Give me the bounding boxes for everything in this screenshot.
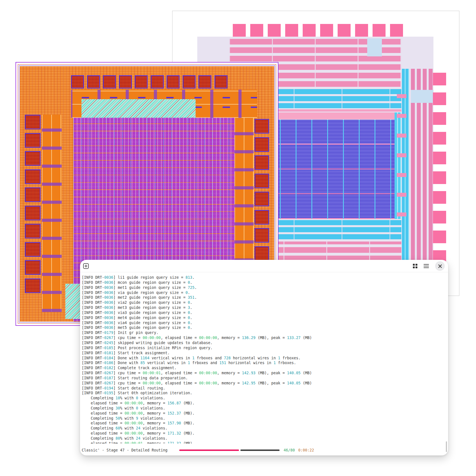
pad	[135, 75, 148, 88]
log-window-header	[80, 260, 448, 272]
pad	[254, 174, 269, 188]
connector-tab	[397, 94, 406, 98]
pad	[433, 152, 446, 164]
grid-view-icon[interactable]	[413, 264, 417, 268]
log-output[interactable]: [INFO DRT-0036] li1 guide region query s…	[80, 272, 446, 444]
pad	[254, 228, 269, 243]
pad	[233, 24, 246, 37]
pad	[303, 24, 316, 37]
progress-count: 46/80	[284, 448, 295, 452]
pad	[87, 75, 100, 88]
pad	[338, 24, 351, 37]
stage-label: Classic' - Stage 47 - Detailed Routing	[82, 448, 167, 452]
pad	[25, 206, 41, 220]
pad	[151, 75, 164, 88]
status-bar: Classic' - Stage 47 - Detailed Routing 4…	[82, 448, 442, 453]
pad	[433, 171, 446, 184]
pad	[355, 24, 368, 37]
pad	[433, 132, 446, 145]
progress-bar-track	[240, 450, 280, 451]
connector-tab	[397, 134, 406, 138]
pad	[25, 133, 41, 148]
pad	[433, 112, 446, 125]
pad	[254, 210, 269, 225]
pink-chip-core-right-cyan	[395, 112, 401, 219]
pad	[167, 75, 180, 88]
pink-chip-right-cyan-strip	[402, 69, 409, 271]
pad	[320, 24, 333, 37]
log-scrollbar-thumb[interactable]	[446, 441, 447, 452]
connector-tab	[397, 153, 406, 157]
progress-bar	[179, 450, 280, 451]
pink-chip-lightblue-patch	[411, 90, 433, 103]
pad	[25, 169, 41, 184]
pad	[25, 151, 41, 166]
log-window: [INFO DRT-0036] li1 guide region query s…	[80, 260, 448, 455]
pad	[250, 24, 263, 37]
pad	[285, 24, 298, 37]
pad	[119, 75, 132, 88]
close-button[interactable]	[435, 261, 445, 271]
pad	[214, 75, 227, 88]
pad	[25, 115, 41, 129]
pad	[433, 211, 446, 223]
connector-tab	[397, 173, 406, 177]
pad	[433, 191, 446, 204]
pad	[254, 119, 269, 134]
pad	[268, 24, 281, 37]
pad	[103, 75, 116, 88]
pad	[183, 75, 196, 88]
close-icon	[438, 264, 442, 268]
connector-tab	[397, 212, 406, 216]
pad	[390, 24, 403, 37]
pad	[71, 75, 84, 88]
pad	[198, 75, 211, 88]
pad	[25, 187, 41, 202]
pad	[254, 246, 269, 261]
pad	[25, 278, 41, 293]
pad	[254, 155, 269, 170]
progress-elapsed-time: 0:00:22	[298, 448, 314, 452]
pad	[254, 137, 269, 152]
expand-icon[interactable]	[83, 263, 89, 269]
connector-tab	[397, 193, 406, 197]
pad	[25, 242, 41, 257]
progress-bar-fill	[179, 450, 239, 451]
pad	[254, 192, 269, 206]
pink-chip-lightblue-patch	[367, 38, 382, 56]
orange-chip-right-io-cells	[234, 118, 254, 262]
pad	[25, 260, 41, 275]
connector-tab	[397, 114, 406, 118]
pad	[433, 92, 446, 105]
pad	[373, 24, 386, 37]
menu-icon[interactable]	[424, 264, 429, 268]
pad	[25, 224, 41, 238]
orange-chip-left-io-cells	[42, 115, 62, 312]
pad	[433, 231, 446, 243]
pad	[433, 73, 446, 85]
